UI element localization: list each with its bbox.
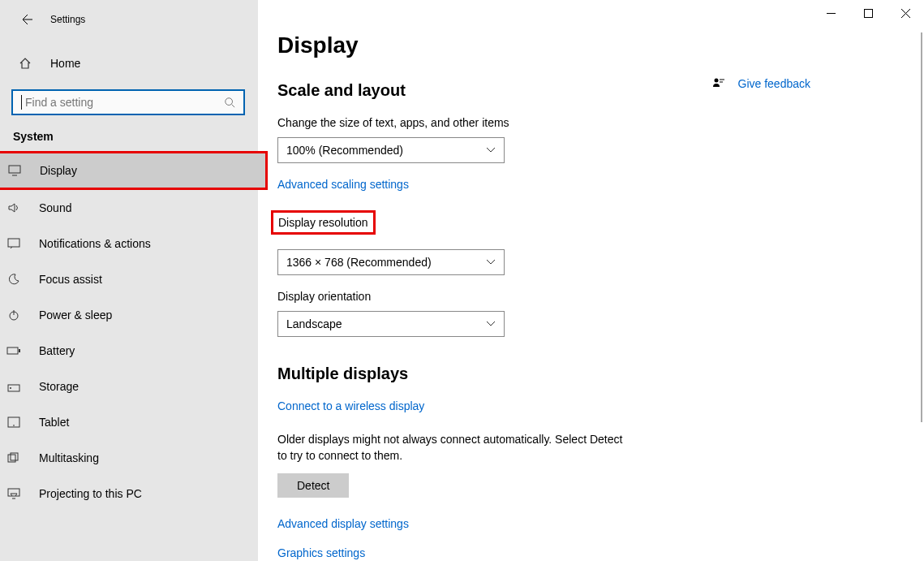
sidebar: Settings Home Syst	[0, 0, 258, 561]
sidebar-item-power[interactable]: Power & sleep	[0, 297, 269, 333]
select-value: 100% (Recommended)	[286, 144, 403, 157]
sidebar-item-label: Projecting to this PC	[39, 487, 142, 500]
sidebar-item-sound[interactable]: Sound	[0, 190, 269, 226]
maximize-button[interactable]	[849, 0, 887, 26]
scale-desc: Change the size of text, apps, and other…	[277, 116, 924, 129]
minimize-button[interactable]	[812, 0, 849, 26]
projecting-icon	[6, 488, 21, 499]
scale-select[interactable]: 100% (Recommended)	[277, 137, 505, 163]
feedback-link[interactable]: Give feedback	[712, 77, 811, 90]
sidebar-item-label: Sound	[39, 201, 71, 214]
svg-rect-4	[8, 239, 19, 247]
power-icon	[6, 309, 21, 321]
search-input[interactable]	[11, 89, 245, 115]
svg-rect-18	[864, 9, 872, 17]
select-value: Landscape	[286, 317, 342, 330]
sidebar-item-label: Storage	[39, 380, 79, 393]
page-title: Display	[277, 32, 924, 58]
select-value: 1366 × 768 (Recommended)	[286, 256, 432, 269]
home-icon	[18, 57, 32, 70]
chevron-down-icon	[486, 321, 496, 327]
sidebar-item-label: Multitasking	[39, 451, 99, 464]
chevron-down-icon	[486, 147, 496, 153]
sidebar-item-multitasking[interactable]: Multitasking	[0, 440, 269, 476]
tablet-icon	[6, 416, 21, 428]
close-button[interactable]	[887, 0, 924, 26]
content-area: Give feedback Display Scale and layout C…	[258, 0, 924, 561]
svg-rect-14	[11, 453, 18, 460]
svg-rect-13	[8, 455, 15, 462]
sidebar-item-label: Focus assist	[39, 273, 102, 286]
app-title: Settings	[50, 14, 85, 25]
svg-point-16	[714, 79, 718, 83]
monitor-icon	[7, 165, 22, 176]
orientation-select[interactable]: Landscape	[277, 311, 505, 337]
notifications-icon	[6, 238, 21, 249]
svg-rect-7	[7, 347, 18, 354]
battery-icon	[6, 346, 21, 356]
detect-text: Older displays might not always connect …	[277, 432, 634, 464]
orientation-label: Display orientation	[277, 290, 924, 303]
sidebar-item-focus[interactable]: Focus assist	[0, 261, 269, 297]
storage-icon	[6, 381, 21, 392]
sidebar-item-home[interactable]: Home	[11, 47, 247, 80]
svg-rect-2	[9, 166, 20, 173]
sidebar-item-label: Display	[40, 164, 77, 177]
category-label: System	[11, 130, 247, 143]
advanced-scaling-link[interactable]: Advanced scaling settings	[277, 178, 409, 191]
search-icon	[224, 97, 235, 108]
advanced-display-link[interactable]: Advanced display settings	[277, 517, 409, 530]
wireless-display-link[interactable]: Connect to a wireless display	[277, 399, 424, 412]
scrollbar[interactable]	[921, 32, 922, 422]
sidebar-item-label: Power & sleep	[39, 309, 112, 321]
graphics-settings-link[interactable]: Graphics settings	[277, 546, 365, 559]
sidebar-item-label: Home	[50, 57, 80, 70]
sidebar-item-label: Battery	[39, 344, 75, 357]
svg-point-0	[226, 98, 233, 106]
svg-line-1	[232, 105, 235, 108]
svg-point-10	[10, 387, 11, 389]
chevron-down-icon	[486, 259, 496, 265]
svg-rect-8	[19, 349, 20, 352]
sound-icon	[6, 201, 21, 214]
back-icon[interactable]	[19, 13, 32, 26]
sidebar-item-storage[interactable]: Storage	[0, 369, 269, 404]
feedback-icon	[712, 77, 725, 90]
section-heading-multi: Multiple displays	[277, 365, 924, 383]
resolution-select[interactable]: 1366 × 768 (Recommended)	[277, 249, 505, 275]
sidebar-item-projecting[interactable]: Projecting to this PC	[0, 476, 269, 511]
multitasking-icon	[6, 452, 21, 464]
moon-icon	[6, 273, 21, 286]
sidebar-item-label: Tablet	[39, 416, 69, 429]
feedback-label: Give feedback	[738, 77, 811, 90]
sidebar-item-display[interactable]: Display	[0, 151, 268, 190]
sidebar-item-tablet[interactable]: Tablet	[0, 404, 269, 440]
sidebar-item-battery[interactable]: Battery	[0, 333, 269, 369]
svg-rect-15	[8, 489, 19, 496]
detect-button[interactable]: Detect	[277, 473, 349, 498]
sidebar-item-notifications[interactable]: Notifications & actions	[0, 226, 269, 261]
resolution-label: Display resolution	[271, 210, 376, 235]
section-heading-scale: Scale and layout	[277, 81, 924, 100]
sidebar-item-label: Notifications & actions	[39, 237, 151, 250]
